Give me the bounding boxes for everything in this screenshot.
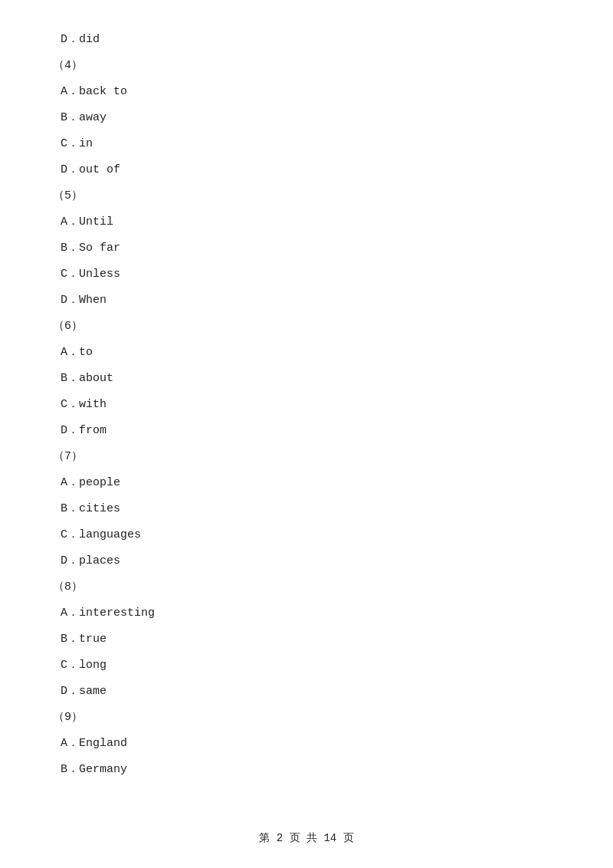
answer-option-q9: （9） (53, 709, 552, 727)
answer-option-d-same: D．same (61, 682, 552, 701)
answer-option-a-to: A．to (61, 344, 552, 362)
answer-option-a-back-to: A．back to (61, 83, 552, 101)
answer-option-a-england: A．England (61, 735, 552, 753)
answer-option-b-true: B．true (61, 630, 552, 649)
answer-option-q8: （8） (53, 578, 552, 597)
answer-option-c-with: C．with (61, 396, 552, 414)
answer-option-q6: （6） (53, 317, 552, 336)
answer-option-a-interesting: A．interesting (61, 604, 552, 623)
answer-option-a-people: A．people (61, 474, 552, 492)
answer-option-b-away: B．away (61, 109, 552, 127)
answer-option-d-did: D．did (61, 31, 552, 49)
answer-option-q7: （7） (53, 448, 552, 466)
footer-text: 第 2 页 共 14 页 (259, 832, 353, 844)
answer-option-b-so-far: B．So far (61, 239, 552, 258)
answer-option-d-places: D．places (61, 552, 552, 570)
answer-option-c-unless: C．Unless (61, 265, 552, 284)
answer-option-a-until: A．Until (61, 213, 552, 232)
answer-option-c-languages: C．languages (61, 526, 552, 544)
answer-option-b-about: B．about (61, 370, 552, 388)
answer-option-q5: （5） (53, 187, 552, 205)
answer-option-d-out-of: D．out of (61, 161, 552, 179)
answer-option-d-from: D．from (61, 422, 552, 440)
answer-option-c-long: C．long (61, 656, 552, 675)
page-footer: 第 2 页 共 14 页 (0, 831, 613, 845)
answer-option-q4: （4） (53, 57, 552, 75)
answer-option-c-in: C．in (61, 135, 552, 153)
main-content: D．did（4）A．back toB．awayC．inD．out of（5）A．… (0, 0, 613, 833)
answer-option-b-cities: B．cities (61, 500, 552, 518)
answer-option-b-germany: B．Germany (61, 761, 552, 779)
answer-option-d-when: D．When (61, 291, 552, 310)
